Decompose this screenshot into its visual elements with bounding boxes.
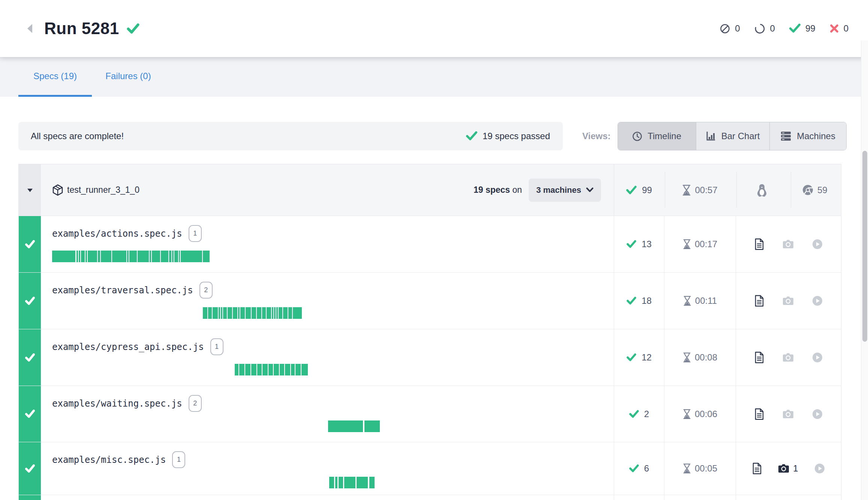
spec-machine-badge: 1 <box>210 338 223 355</box>
output-log-button[interactable] <box>752 462 762 474</box>
timeline-segment <box>174 251 178 262</box>
timeline-segment <box>262 307 266 319</box>
spec-machine-badge: 1 <box>172 451 185 468</box>
scrollbar-thumb[interactable] <box>862 151 867 342</box>
document-icon <box>754 408 764 420</box>
machines-view-button[interactable]: Machines <box>769 122 846 150</box>
spec-name[interactable]: examples/cypress_api.spec.js <box>52 342 204 352</box>
spec-passed-count: 6 <box>644 463 649 474</box>
timeline-segment <box>239 364 244 375</box>
spec-passed-cell: 13 <box>614 216 664 272</box>
timeline-segment <box>152 251 160 262</box>
timeline-segment <box>291 364 295 375</box>
screenshots-button[interactable] <box>783 296 794 306</box>
screenshot-count: 1 <box>793 463 798 474</box>
pending-count: 0 <box>770 23 775 34</box>
timeline-segment <box>127 251 129 262</box>
tab-bar: Specs (19) Failures (0) <box>0 57 868 97</box>
play-icon <box>812 352 823 363</box>
machines-dropdown[interactable]: 3 machines <box>529 179 601 202</box>
white-check-icon <box>25 297 35 305</box>
failed-stat: 0 <box>830 23 849 34</box>
video-button[interactable] <box>812 239 823 249</box>
check-icon <box>627 353 636 362</box>
play-icon <box>814 463 825 474</box>
page-title: Run 5281 <box>44 19 119 38</box>
screenshots-button[interactable] <box>783 409 794 419</box>
timeline-segment <box>245 364 250 375</box>
completion-banner: All specs are complete! 19 specs passed <box>18 122 563 150</box>
spec-name[interactable]: examples/actions.spec.js <box>52 228 182 239</box>
camera-icon <box>778 464 789 473</box>
timeline-segment <box>79 251 80 262</box>
video-button[interactable] <box>814 463 825 474</box>
machines-icon <box>780 131 792 141</box>
group-name: test_runner_3_1_0 <box>52 184 139 196</box>
output-log-button[interactable] <box>754 408 764 420</box>
white-check-icon <box>25 353 35 362</box>
spec-duration: 00:06 <box>695 409 717 419</box>
video-button[interactable] <box>812 352 823 363</box>
spec-timeline <box>52 477 614 488</box>
spec-row: examples/misc.spec.js 1 6 00:05 1 <box>19 442 841 495</box>
timeline-segment <box>285 364 290 375</box>
timeline-view-button[interactable]: Timeline <box>618 122 696 150</box>
spec-duration: 00:17 <box>695 239 717 249</box>
timeline-segment <box>293 307 302 319</box>
timeline-segment <box>150 251 151 262</box>
timeline-segment <box>76 251 78 262</box>
screenshots-button[interactable] <box>783 239 794 249</box>
timeline-segment <box>246 307 251 319</box>
spec-timeline <box>52 307 614 319</box>
timeline-segment <box>257 307 261 319</box>
output-log-button[interactable] <box>754 238 764 250</box>
spec-duration: 00:08 <box>695 352 717 363</box>
back-button[interactable] <box>25 23 36 34</box>
timeline-segment <box>268 364 273 375</box>
group-passed-cell: 99 <box>614 164 664 216</box>
video-button[interactable] <box>812 296 823 306</box>
tab-failures[interactable]: Failures (0) <box>98 57 158 95</box>
barchart-view-button[interactable]: Bar Chart <box>696 122 769 150</box>
group-name-label: test_runner_3_1_0 <box>67 185 139 195</box>
timeline-segment <box>203 251 210 262</box>
back-chevron-icon <box>25 23 34 34</box>
timeline-segment <box>274 364 279 375</box>
output-log-button[interactable] <box>754 351 764 363</box>
spec-name[interactable]: examples/waiting.spec.js <box>52 398 182 409</box>
screenshots-button[interactable]: 1 <box>778 463 798 474</box>
spec-duration-cell: 00:08 <box>664 329 736 386</box>
spec-status-passed <box>19 329 41 386</box>
spec-name[interactable]: examples/traversal.spec.js <box>52 285 193 296</box>
timeline-segment <box>213 307 218 319</box>
timeline-segment <box>223 307 227 319</box>
timeline-segment <box>280 364 284 375</box>
output-log-button[interactable] <box>754 295 764 307</box>
white-check-icon <box>25 464 35 473</box>
timeline-segment <box>181 251 202 262</box>
chevron-down-icon <box>586 188 594 192</box>
failed-count: 0 <box>844 23 849 34</box>
screenshots-button[interactable] <box>783 353 794 362</box>
play-icon <box>812 239 823 249</box>
check-icon <box>627 297 636 305</box>
group-browser-cell: 59 <box>789 164 841 216</box>
timeline-segment <box>276 307 278 319</box>
video-button[interactable] <box>812 409 823 419</box>
group-expander[interactable] <box>19 164 41 216</box>
timeline-segment <box>301 364 308 375</box>
specs-table: test_runner_3_1_0 19 specs on 3 machines… <box>18 164 841 500</box>
spec-passed-cell: 2 <box>614 386 664 442</box>
timeline-segment <box>228 307 232 319</box>
tab-specs[interactable]: Specs (19) <box>18 57 92 95</box>
spec-name[interactable]: examples/misc.spec.js <box>52 455 166 465</box>
browser-version: 59 <box>817 185 828 195</box>
spec-passed-count: 12 <box>642 352 652 363</box>
timeline-segment <box>274 307 276 319</box>
timeline-segment <box>101 251 111 262</box>
white-check-icon <box>25 410 35 418</box>
page-scrollbar[interactable] <box>861 41 868 500</box>
clock-icon <box>632 131 642 141</box>
timeline-segment <box>335 477 337 488</box>
timeline-segment <box>138 251 149 262</box>
